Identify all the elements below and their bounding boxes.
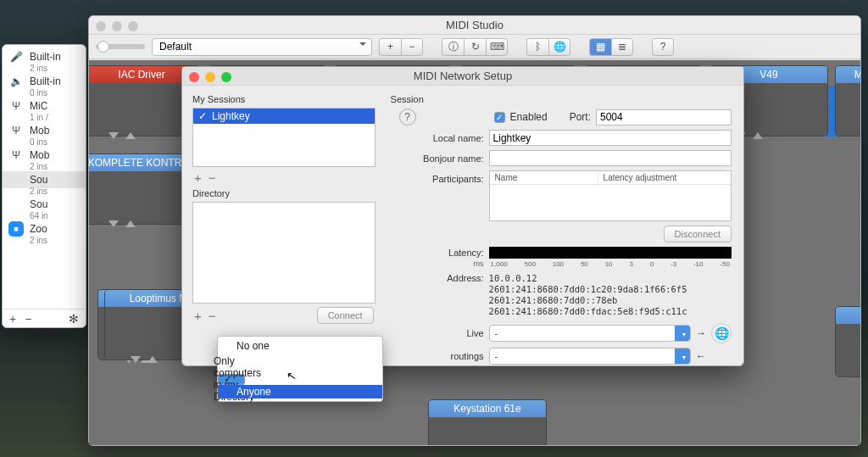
latency-label: Latency: <box>391 248 484 258</box>
address-list: 10.0.0.122601:241:8680:7dd0:1c20:9da8:1f… <box>489 273 687 318</box>
arrow-right-icon: → <box>696 327 706 339</box>
midi-device-node[interactable]: Keystation 61e <box>428 399 547 445</box>
participants-label: Participants: <box>391 170 484 184</box>
bonjour-name-input[interactable] <box>489 150 732 166</box>
midi-device-node[interactable]: Matthew's iPhone <box>835 65 860 137</box>
connect-button[interactable]: Connect <box>317 307 374 324</box>
device-row[interactable]: ΨMiC <box>3 98 86 114</box>
live-label: Live <box>391 328 484 338</box>
directory-label: Directory <box>192 188 376 198</box>
node-header: Keystation 61e <box>429 400 546 417</box>
window-title: MIDI Network Setup <box>414 70 512 82</box>
close-icon[interactable] <box>189 72 199 82</box>
window-titlebar: MIDI Studio <box>89 16 860 35</box>
enabled-label: Enabled <box>510 111 548 123</box>
window-controls[interactable] <box>96 21 138 31</box>
live-routing-out-select[interactable]: -▾ <box>489 348 691 365</box>
test-setup-button[interactable]: ⌨ <box>486 38 508 56</box>
session-item[interactable]: ✓ Lightkey <box>193 109 375 124</box>
device-row[interactable]: ΨMob <box>3 122 86 139</box>
disconnect-button[interactable]: Disconnect <box>664 226 732 242</box>
midi-device-node[interactable]: Looptimus <box>835 306 860 377</box>
configuration-select[interactable]: Default <box>152 38 372 56</box>
usb-icon: Ψ <box>8 124 25 137</box>
node-header: Matthew's iPhone <box>836 66 860 83</box>
toolbar: Default + − ⓘ ↻ ⌨ ᛒ 🌐 ▦ ≣ ? <box>89 35 860 59</box>
speaker-icon: 🔈 <box>8 75 25 88</box>
add-directory-button[interactable]: + <box>194 309 202 323</box>
latency-unit: ms <box>391 259 484 268</box>
column-name: Name <box>490 171 598 184</box>
none-icon <box>8 198 25 211</box>
usb-icon: Ψ <box>8 99 25 113</box>
bluetooth-button[interactable]: ᛒ <box>526 38 548 56</box>
arrow-left-icon: ← <box>696 350 706 362</box>
network-button[interactable]: 🌐 <box>548 38 570 56</box>
add-device-button[interactable]: + <box>9 312 16 326</box>
cursor-icon: ↖ <box>286 368 298 383</box>
connection-policy-menu[interactable]: No oneOnly computers in my DirectoryAnyo… <box>217 336 383 402</box>
sessions-listbox[interactable]: ✓ Lightkey <box>192 108 376 167</box>
port-input[interactable] <box>596 109 732 125</box>
menu-option[interactable]: Only computers in my Directory <box>218 374 245 385</box>
zoom-slider[interactable] <box>96 44 145 49</box>
window-controls[interactable] <box>189 72 231 82</box>
local-name-input[interactable] <box>489 130 732 146</box>
usb-icon: Ψ <box>8 148 25 162</box>
window-titlebar: MIDI Network Setup <box>182 67 743 86</box>
enabled-checkbox[interactable]: ✓ <box>494 112 505 123</box>
latency-meter <box>489 247 732 259</box>
device-row[interactable]: Sou <box>3 171 86 188</box>
configuration-value: Default <box>159 41 192 53</box>
device-row[interactable]: 🎤Built-in <box>3 48 86 65</box>
rescan-button[interactable]: ↻ <box>464 38 486 56</box>
my-sessions-label: My Sessions <box>192 94 376 104</box>
routings-label: routings <box>391 351 484 361</box>
session-name: Lightkey <box>212 110 250 122</box>
device-row[interactable]: ■Zoo <box>3 220 86 237</box>
device-list-footer: + − ✻ <box>3 309 86 327</box>
minimize-icon[interactable] <box>112 21 122 31</box>
remove-device-button[interactable]: − <box>25 312 31 326</box>
none-icon <box>8 173 25 187</box>
minimize-icon[interactable] <box>205 72 215 82</box>
port-label: Port: <box>570 111 591 123</box>
session-section-label: Session <box>391 94 484 104</box>
info-button[interactable]: ⓘ <box>442 38 464 56</box>
add-session-button[interactable]: + <box>194 170 202 185</box>
midi-network-setup-window: MIDI Network Setup My Sessions ✓ Lightke… <box>181 66 744 366</box>
menu-option[interactable]: Anyone <box>218 385 382 398</box>
participants-table[interactable]: Name Latency adjustment <box>489 170 732 221</box>
device-row[interactable]: ΨMob <box>3 147 86 164</box>
remove-directory-button[interactable]: − <box>209 309 216 323</box>
directory-listbox[interactable] <box>192 202 376 304</box>
checkbox-checked-icon[interactable]: ✓ <box>198 110 207 122</box>
window-title: MIDI Studio <box>446 19 504 31</box>
device-row[interactable]: Sou <box>3 196 86 213</box>
remove-button[interactable]: − <box>401 38 423 56</box>
zoom-icon[interactable] <box>128 21 138 31</box>
close-icon[interactable] <box>96 21 106 31</box>
column-latency: Latency adjustment <box>598 171 682 184</box>
help-button[interactable]: ? <box>652 38 674 56</box>
bonjour-name-label: Bonjour name: <box>391 153 484 164</box>
latency-ticks: 1,000500100501030-3-10-50 <box>489 260 732 268</box>
device-list: 🎤Built-in2 ins🔈Built-in0 insΨMiC1 in /ΨM… <box>3 45 86 245</box>
address-label: Address: <box>391 273 484 283</box>
device-row[interactable]: 🔈Built-in <box>3 73 86 90</box>
menu-option[interactable]: No one <box>218 339 382 353</box>
add-button[interactable]: + <box>379 38 401 56</box>
icon-view-button[interactable]: ▦ <box>589 38 611 56</box>
globe-icon: 🌐 <box>711 323 732 343</box>
remove-session-button[interactable]: − <box>209 170 216 185</box>
local-name-label: Local name: <box>391 133 484 143</box>
zoom-icon[interactable] <box>221 72 231 82</box>
mic-icon: 🎤 <box>8 50 25 64</box>
settings-gear-icon[interactable]: ✻ <box>69 312 79 326</box>
zoom-icon: ■ <box>8 221 24 237</box>
list-view-button[interactable]: ≣ <box>611 38 633 56</box>
audio-devices-window: 🎤Built-in2 ins🔈Built-in0 insΨMiC1 in /ΨM… <box>2 44 86 328</box>
node-header: Looptimus <box>836 307 860 324</box>
live-routing-in-select[interactable]: -▾ <box>489 325 691 342</box>
help-icon[interactable]: ? <box>399 109 416 125</box>
